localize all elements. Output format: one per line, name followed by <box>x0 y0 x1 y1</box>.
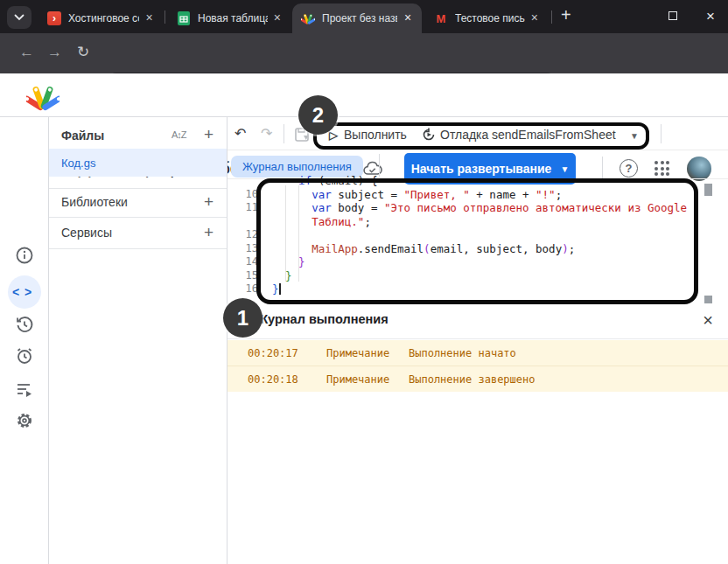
files-panel <box>49 117 228 564</box>
reload-icon[interactable]: ↻ <box>77 43 89 61</box>
divider <box>49 248 227 249</box>
new-tab-button[interactable]: + <box>561 5 571 25</box>
step-1-marker: 1 <box>223 298 262 338</box>
sheets-favicon <box>177 11 191 25</box>
browser-tab-gmail[interactable]: M Тестовое письмо × <box>425 3 548 33</box>
file-item-code-gs[interactable]: Код.gs <box>49 149 227 177</box>
close-log-icon[interactable]: × <box>698 310 718 331</box>
log-message: Выполнение завершено <box>409 373 536 386</box>
triggers-alarm-icon[interactable] <box>15 346 34 366</box>
step-2-marker: 2 <box>298 95 338 135</box>
add-service-button[interactable]: + <box>204 223 214 242</box>
undo-icon[interactable]: ↶ <box>234 125 246 142</box>
toolbar-divider <box>284 124 284 143</box>
address-bar: ← → ↻ script.google.com/u/0/home/project… <box>0 33 728 73</box>
browser-tab-apps-script-active[interactable]: Проект без назв × <box>292 3 422 33</box>
overview-info-icon[interactable] <box>15 246 34 265</box>
apps-script-logo <box>26 81 60 111</box>
left-rail: < > <box>0 117 49 564</box>
tab-title: Тестовое письмо <box>455 12 525 24</box>
libraries-section-label: Библиотеки <box>61 195 128 209</box>
browser-window: › Хостинговое соо × Новая таблица - × Пр… <box>0 0 728 564</box>
tab-close-icon[interactable]: × <box>271 11 284 25</box>
step-number: 2 <box>312 103 324 128</box>
gmail-favicon: M <box>434 11 448 25</box>
my-executions-icon[interactable] <box>15 379 34 399</box>
toolbar-divider <box>661 124 662 143</box>
sort-az-icon[interactable]: A↕Z <box>172 129 186 140</box>
deploy-caret-icon[interactable]: ▼ <box>560 164 569 174</box>
tab-title: Проект без назв <box>322 12 397 24</box>
forward-icon[interactable]: → <box>47 44 62 61</box>
log-message: Выполнение начато <box>409 347 516 359</box>
back-icon[interactable]: ← <box>19 44 34 61</box>
log-entry-row: 00:20:17 Примечание Выполнение начато <box>228 340 728 366</box>
log-level: Примечание <box>326 373 396 386</box>
tab-close-icon[interactable]: × <box>401 11 415 25</box>
project-settings-gear-icon[interactable] <box>15 411 34 430</box>
site-favicon-red: › <box>47 11 61 25</box>
horizontal-scrollbar-thumb[interactable] <box>704 296 712 303</box>
help-glyph: ? <box>626 162 633 175</box>
files-panel-title: Файлы <box>61 129 104 143</box>
divider <box>228 338 728 339</box>
divider <box>228 150 728 150</box>
execution-log-title: Журнал выполнения <box>256 312 388 326</box>
favicon-glyph: › <box>52 12 56 24</box>
tab-close-icon[interactable]: × <box>528 11 541 25</box>
toolbar-annotation-rectangle <box>313 122 649 150</box>
tab-separator <box>164 10 165 24</box>
code-annotation-rectangle <box>256 178 698 304</box>
services-section-label: Сервисы <box>61 226 112 240</box>
vertical-scrollbar-thumb[interactable] <box>704 184 712 196</box>
window-maximize-button[interactable] <box>668 11 677 20</box>
browser-tab-hosting[interactable]: › Хостинговое соо × <box>38 3 163 33</box>
step-number: 1 <box>237 306 248 331</box>
tab-close-icon[interactable]: × <box>143 11 156 25</box>
tab-title: Новая таблица - <box>198 12 268 24</box>
execution-log-tab-label: Журнал выполнения <box>242 160 352 173</box>
chevron-down-icon <box>14 14 24 21</box>
favicon-glyph: M <box>437 12 446 25</box>
browser-tab-sheets[interactable]: Новая таблица - × <box>168 3 290 33</box>
apps-script-header: Apps Script Проект без названия Начать р… <box>0 73 728 117</box>
log-entry-row: 00:20:18 Примечание Выполнение завершено <box>228 366 728 392</box>
redo-icon[interactable]: ↷ <box>261 125 272 142</box>
file-name: Код.gs <box>61 157 95 170</box>
window-close-button[interactable]: × <box>706 8 715 25</box>
tab-strip: › Хостинговое соо × Новая таблица - × Пр… <box>0 0 728 33</box>
divider <box>49 217 227 218</box>
add-library-button[interactable]: + <box>204 192 214 212</box>
log-timestamp: 00:20:17 <box>248 347 326 359</box>
tab-separator <box>551 10 552 24</box>
apps-script-favicon <box>301 11 315 25</box>
tab-title: Хостинговое соо <box>68 12 139 24</box>
tab-search-button[interactable] <box>7 6 32 29</box>
add-file-button[interactable]: + <box>204 125 214 144</box>
maximize-icon <box>668 11 677 20</box>
divider <box>49 188 227 189</box>
log-level: Примечание <box>326 347 396 359</box>
log-timestamp: 00:20:18 <box>248 373 326 386</box>
editor-code-icon[interactable]: < > <box>12 285 32 299</box>
executions-history-icon[interactable] <box>15 315 34 334</box>
